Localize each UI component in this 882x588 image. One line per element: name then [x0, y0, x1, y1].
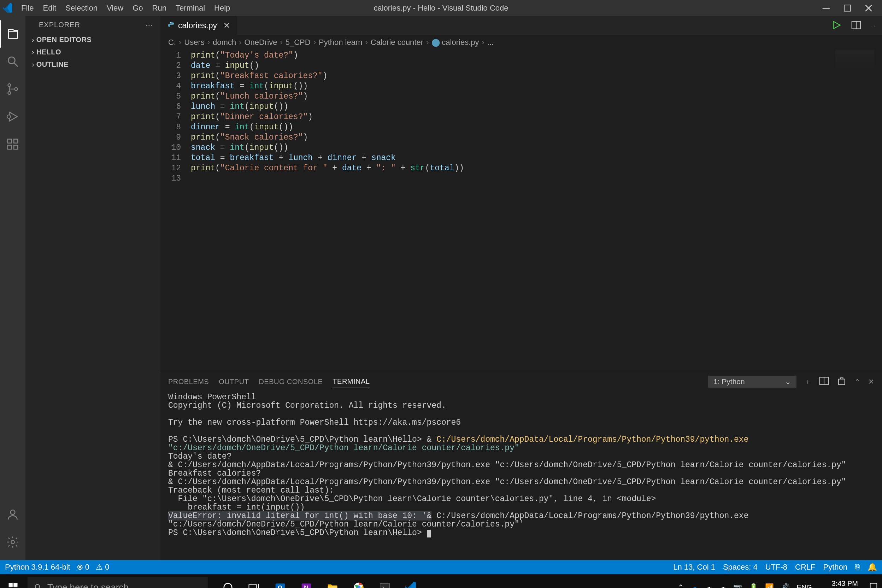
line-number-gutter: 12345678910111213 — [160, 50, 191, 373]
file-explorer-icon[interactable] — [320, 574, 346, 588]
status-errors[interactable]: ⊗ 0 — [76, 562, 89, 572]
vscode-taskbar-icon[interactable] — [398, 574, 424, 588]
chrome-icon[interactable] — [346, 574, 372, 588]
split-editor-icon[interactable] — [851, 20, 861, 31]
sidebar-section-outline[interactable]: › OUTLINE — [26, 58, 160, 70]
code-content[interactable]: print("Today's date?")date = input()prin… — [191, 50, 464, 373]
breadcrumb-item[interactable]: Python learn — [319, 38, 363, 47]
tray-language[interactable]: ENG — [797, 584, 812, 588]
breadcrumb-item[interactable]: C: — [168, 38, 176, 47]
more-actions-icon[interactable]: ··· — [871, 23, 875, 28]
activity-bar — [0, 16, 26, 560]
tray-weather-icon[interactable]: ☁ — [705, 583, 712, 588]
panel-tab-problems[interactable]: PROBLEMS — [168, 376, 209, 388]
tray-onedrive2-icon[interactable]: ☁ — [719, 583, 726, 588]
tray-notifications-icon[interactable]: 3 — [868, 582, 879, 588]
minimap[interactable] — [836, 50, 874, 71]
status-notifications-icon[interactable]: 🔔 — [867, 562, 877, 572]
minimize-button[interactable] — [816, 0, 837, 16]
terminal-app-icon[interactable]: >_ — [372, 574, 398, 588]
sidebar-section-open-editors[interactable]: › OPEN EDITORS — [26, 34, 160, 46]
maximize-panel-icon[interactable]: ⌃ — [854, 377, 861, 386]
tray-onedrive-icon[interactable]: ☁ — [691, 583, 698, 588]
sidebar-header: EXPLORER ··· — [26, 16, 160, 34]
menu-selection[interactable]: Selection — [61, 2, 102, 15]
breadcrumb-item[interactable]: ⬤calories.py — [432, 38, 479, 47]
breadcrumbs[interactable]: C:› Users› domch› OneDrive› 5_CPD› Pytho… — [160, 35, 882, 50]
status-eol[interactable]: CRLF — [795, 562, 815, 572]
python-file-icon: ⬤ — [432, 38, 440, 46]
settings-activity-icon[interactable] — [0, 528, 26, 556]
menu-file[interactable]: File — [17, 2, 38, 15]
tray-clock[interactable]: 3:43 PM 13/01/2021 — [819, 579, 861, 588]
menu-go[interactable]: Go — [128, 2, 147, 15]
tray-wifi-icon[interactable]: 📶 — [765, 583, 774, 588]
extensions-activity-icon[interactable] — [0, 130, 26, 158]
editor-tab[interactable]: calories.py ✕ — [160, 16, 237, 35]
tray-chevron-icon[interactable]: ⌃ — [678, 583, 684, 588]
explorer-activity-icon[interactable] — [0, 20, 26, 48]
breadcrumb-item[interactable]: OneDrive — [244, 38, 277, 47]
breadcrumb-item[interactable]: 5_CPD — [285, 38, 310, 47]
panel-tab-output[interactable]: OUTPUT — [219, 376, 249, 388]
new-terminal-icon[interactable]: ＋ — [804, 377, 812, 387]
tab-filename: calories.py — [178, 21, 217, 30]
run-button-icon[interactable] — [831, 20, 842, 31]
task-view-icon[interactable] — [241, 574, 267, 588]
maximize-button[interactable] — [837, 0, 858, 16]
sidebar-more-icon[interactable]: ··· — [146, 21, 153, 29]
menu-view[interactable]: View — [102, 2, 128, 15]
svg-rect-14 — [14, 139, 18, 143]
close-button[interactable] — [858, 0, 879, 16]
menu-run[interactable]: Run — [148, 2, 171, 15]
menu-edit[interactable]: Edit — [39, 2, 60, 15]
status-encoding[interactable]: UTF-8 — [765, 562, 787, 572]
menu-terminal[interactable]: Terminal — [171, 2, 209, 15]
status-cursor-position[interactable]: Ln 13, Col 1 — [673, 562, 715, 572]
menu-help[interactable]: Help — [210, 2, 234, 15]
source-control-activity-icon[interactable] — [0, 75, 26, 103]
tab-bar: calories.py ✕ ··· — [160, 16, 882, 35]
breadcrumb-item[interactable]: Calorie counter — [370, 38, 423, 47]
taskbar-search[interactable]: Type here to search — [28, 577, 208, 588]
editor-group: calories.py ✕ ··· C:› Users› domch› OneD… — [160, 16, 882, 560]
code-editor[interactable]: 12345678910111213 print("Today's date?")… — [160, 50, 882, 373]
onenote-icon[interactable]: N — [293, 574, 320, 588]
breadcrumb-item[interactable]: domch — [213, 38, 236, 47]
status-warnings[interactable]: ⚠ 0 — [96, 562, 109, 572]
panel-tab-debug-console[interactable]: DEBUG CONSOLE — [259, 376, 322, 388]
tab-close-icon[interactable]: ✕ — [224, 21, 230, 30]
svg-rect-1 — [844, 5, 850, 11]
accounts-activity-icon[interactable] — [0, 501, 26, 528]
breadcrumb-item[interactable]: Users — [184, 38, 204, 47]
tray-battery-icon[interactable]: 🔋 — [749, 583, 758, 588]
search-activity-icon[interactable] — [0, 48, 26, 75]
sidebar-section-folder[interactable]: › HELLO — [26, 46, 160, 58]
svg-point-8 — [15, 88, 18, 90]
tray-volume-icon[interactable]: 🔊 — [781, 583, 790, 588]
status-language[interactable]: Python — [824, 562, 848, 572]
tray-camera-icon[interactable]: 📷 — [733, 583, 742, 588]
terminal-content[interactable]: Windows PowerShell Copyright (C) Microso… — [160, 390, 882, 560]
svg-point-7 — [8, 92, 11, 94]
status-indentation[interactable]: Spaces: 4 — [723, 562, 758, 572]
panel-tab-terminal[interactable]: TERMINAL — [333, 375, 370, 388]
cortana-icon[interactable] — [215, 574, 241, 588]
sidebar: EXPLORER ··· › OPEN EDITORS › HELLO › OU… — [26, 16, 160, 560]
kill-terminal-icon[interactable] — [837, 376, 847, 388]
split-terminal-icon[interactable] — [819, 376, 829, 388]
breadcrumb-item[interactable]: ... — [487, 38, 494, 47]
chevron-right-icon: › — [32, 48, 34, 56]
close-panel-icon[interactable]: ✕ — [868, 377, 874, 386]
status-feedback-icon[interactable]: ⎘ — [855, 562, 860, 572]
start-button[interactable] — [0, 574, 26, 588]
status-python-version[interactable]: Python 3.9.1 64-bit — [5, 562, 70, 572]
outlook-icon[interactable]: O — [267, 574, 293, 588]
debug-activity-icon[interactable] — [0, 103, 26, 130]
vscode-logo-icon — [3, 3, 14, 14]
terminal-selector[interactable]: 1: Python ⌄ — [708, 376, 796, 388]
svg-text:O: O — [278, 585, 282, 588]
window-controls — [816, 0, 879, 16]
sidebar-section-label: OPEN EDITORS — [36, 36, 92, 44]
windows-taskbar: Type here to search O N >_ ⌃ ☁ ☁ ☁ 📷 🔋 📶… — [0, 574, 882, 588]
